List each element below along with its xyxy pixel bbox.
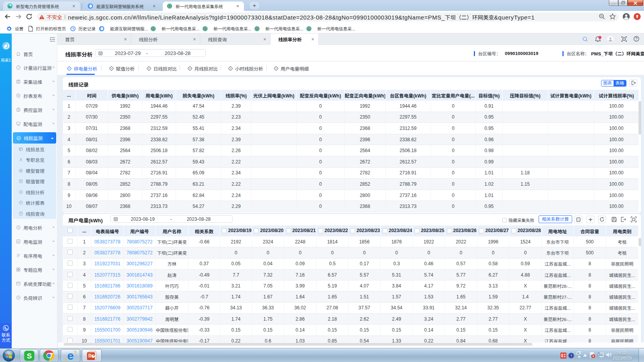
svg-text:e: e	[67, 350, 74, 362]
svg-text:S: S	[27, 352, 32, 360]
svg-text:?: ?	[570, 354, 572, 358]
